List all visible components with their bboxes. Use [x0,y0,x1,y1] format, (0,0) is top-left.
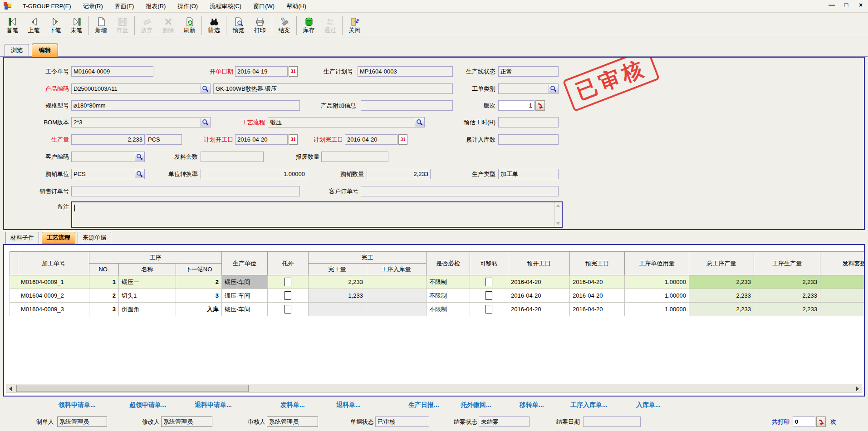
movable-cell[interactable] [470,275,508,289]
customer-code-lookup-button[interactable] [135,152,144,161]
refresh-button[interactable]: 刷新 [179,14,200,37]
next-record-button[interactable]: 下笔 [44,14,66,37]
print-count-button[interactable] [816,416,826,427]
remark-textarea[interactable] [71,201,563,228]
product-extra-field[interactable] [361,100,453,111]
tab-source-documents[interactable]: 来源单据 [78,232,111,244]
tab-process-flow[interactable]: 工艺流程 [42,232,75,244]
plan-finish-field[interactable]: 2016-04-20 [345,134,397,145]
movable-cell[interactable] [470,303,508,316]
col-movable[interactable]: 可移转 [470,252,508,275]
print-button[interactable]: 打印 [249,14,270,37]
line-status-field[interactable]: 正常 [498,66,559,77]
link-transfer-doc[interactable]: 移转单... [520,401,544,409]
order-class-lookup-button[interactable] [549,84,558,93]
link-return-request[interactable]: 退料申请单... [195,401,232,409]
row-selector[interactable] [10,289,18,303]
product-code-lookup-button[interactable] [201,84,210,93]
col-prod-unit[interactable]: 生产单位 [222,252,268,275]
col-no[interactable]: NO. [89,264,119,275]
process-field[interactable]: 锻压 [268,117,425,127]
sales-order-field[interactable] [71,186,300,196]
prod-type-field[interactable]: 加工单 [498,169,559,179]
customer-order-field[interactable] [361,186,559,196]
link-material-request[interactable]: 领料申请单... [59,401,96,409]
total-instock-field[interactable] [498,134,559,145]
close-button[interactable]: × [857,1,864,9]
conv-rate-field[interactable]: 1.00000 [201,169,307,179]
scrap-qty-field[interactable] [321,152,388,162]
product-code-field[interactable]: D250001003A11 [71,83,211,94]
row-selector[interactable] [10,303,18,316]
col-total-output[interactable]: 总工序产量 [689,252,754,275]
qty-unit-field[interactable]: PCS [146,134,182,145]
bom-lookup-button[interactable] [201,118,210,127]
outsource-cell[interactable] [268,289,309,303]
menu-workflow-audit[interactable]: 流程审核(C) [204,0,247,12]
tab-material-components[interactable]: 材料子件 [5,232,39,244]
version-field[interactable]: 1 [498,100,535,111]
menu-report[interactable]: 报表(R) [140,0,172,12]
open-date-field[interactable]: 2016-04-19 [235,66,288,77]
col-pre-finish[interactable]: 预完工日 [570,252,625,275]
table-row[interactable]: M01604-0009_2 2 切头1 3 锻压-车间 1,233 不限制 20… [10,289,865,303]
plan-start-calendar-button[interactable]: 31 [289,134,298,145]
menu-tgroup-erp[interactable]: T-GROUP ERP(E) [17,1,77,11]
menu-window[interactable]: 窗口(W) [247,0,280,12]
order-class-field[interactable] [498,83,559,94]
sale-unit-field[interactable]: PCS [71,169,145,179]
new-button[interactable]: 新增 [90,14,112,37]
col-finish-qty[interactable]: 完工量 [309,264,366,275]
table-row[interactable]: M01604-0009_3 3 倒圆角 入库 锻压-车间 不限制 2016-04… [10,303,865,316]
row-selector[interactable] [10,275,18,289]
tab-browse[interactable]: 浏览 [5,44,29,57]
link-instock-doc[interactable]: 入库单... [636,401,661,409]
filter-button[interactable]: 筛选 [203,14,225,37]
inventory-button[interactable]: 库存 [298,14,319,37]
last-record-button[interactable]: 末笔 [66,14,87,37]
plan-no-field[interactable]: MP1604-0003 [358,66,453,77]
product-name-field[interactable]: GK-100WB散热器-锻压 [213,83,453,94]
col-next-station[interactable]: 下一站NO [176,264,222,275]
table-row[interactable]: M01604-0009_1 1 锻压一 2 锻压-车间 2,233 不限制 20… [10,275,865,289]
open-date-calendar-button[interactable]: 31 [289,66,298,77]
qty-field[interactable]: 2,233 [71,134,145,145]
col-issue-sets[interactable]: 发料套数 [820,252,865,275]
close-case-button[interactable]: 结案 [274,14,295,37]
col-name[interactable]: 名称 [119,264,176,275]
col-unit-usage[interactable]: 工序单位用量 [625,252,689,275]
menu-record[interactable]: 记录(R) [77,0,109,12]
customer-code-field[interactable] [71,152,145,162]
link-daily-report[interactable]: 生产日报... [408,401,439,409]
print-count-field[interactable]: 0 [793,416,815,427]
spec-field[interactable]: ⌀180*80mm [71,100,300,111]
work-order-field[interactable]: M01604-0009 [71,66,153,77]
col-check[interactable]: 是否必检 [427,252,470,275]
col-pre-start[interactable]: 预开工日 [508,252,570,275]
exit-button[interactable]: 关闭 [344,14,365,37]
link-process-instock[interactable]: 工序入库单... [570,401,608,409]
outsource-cell[interactable] [268,275,309,289]
process-lookup-button[interactable] [415,118,424,127]
movable-checkbox[interactable] [485,278,492,286]
outsource-checkbox[interactable] [284,278,291,286]
scrollbar-thumb[interactable] [16,385,249,392]
link-issue-doc[interactable]: 发料单... [280,401,305,409]
outsource-checkbox[interactable] [284,291,291,300]
plan-start-field[interactable]: 2016-04-20 [235,134,288,145]
bom-field[interactable]: 2*3 [71,117,211,127]
est-hours-field[interactable] [498,117,559,127]
menu-help[interactable]: 帮助(H) [280,0,312,12]
movable-checkbox[interactable] [485,291,492,300]
sale-unit-lookup-button[interactable] [135,170,144,178]
scroll-right-icon[interactable] [856,387,859,391]
menu-operate[interactable]: 操作(O) [172,0,204,12]
col-in-qty[interactable]: 工序入库量 [366,264,427,275]
movable-cell[interactable] [470,289,508,303]
version-spinner-button[interactable] [535,100,545,111]
scroll-left-icon[interactable] [9,387,12,391]
link-over-request[interactable]: 超领申请单... [129,401,167,409]
horizontal-scrollbar[interactable] [6,384,862,393]
first-record-button[interactable]: 首笔 [2,14,23,37]
col-order-no[interactable]: 加工单号 [18,252,89,275]
